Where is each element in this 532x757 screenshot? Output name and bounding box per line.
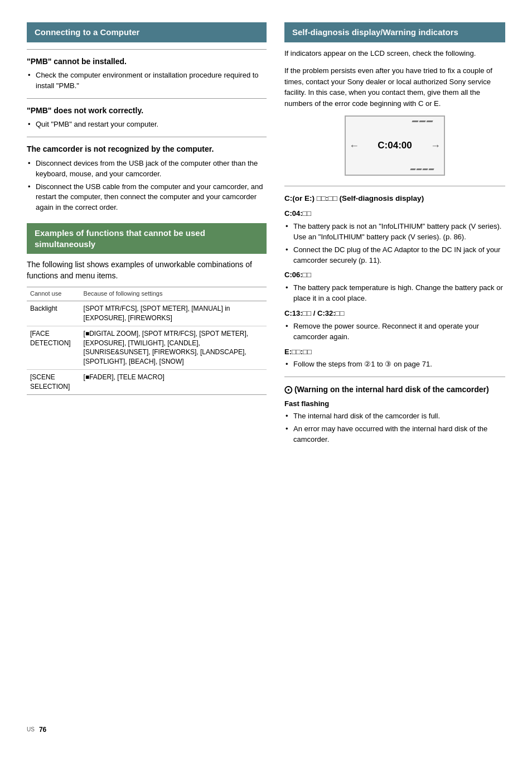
warning-bullets: The internal hard disk of the camcorder …: [284, 411, 505, 445]
because-of-cell: [SPOT MTR/FCS], [SPOT METER], [MANUAL] i…: [80, 301, 267, 326]
error-section: C:06:□□The battery pack temperature is h…: [284, 270, 505, 304]
section2-header: Examples of functions that cannot be use…: [27, 223, 267, 254]
hatch: [426, 120, 433, 122]
right-intro2: If the problem persists even after you h…: [284, 65, 505, 109]
self-diag-label: C:(or E:) □□:□□ (Self-diagnosis display): [284, 193, 505, 204]
functions-table: Cannot use Because of following settings…: [27, 287, 267, 394]
col1-header: Cannot use: [27, 287, 80, 301]
col2-header: Because of following settings: [80, 287, 267, 301]
right-section-header: Self-diagnosis display/Warning indicator…: [284, 22, 505, 42]
hatch: [419, 120, 425, 122]
list-item: The battery pack temperature is high. Ch…: [284, 283, 505, 304]
error-code-label: C:13:□□ / C:32:□□: [284, 308, 505, 319]
list-item: Disconnect devices from the USB jack of …: [27, 158, 267, 180]
list-item: Connect the DC plug of the AC Adaptor to…: [284, 245, 505, 266]
pmb-install-bullets: Check the computer environment or instal…: [27, 70, 267, 91]
table-row: Backlight[SPOT MTR/FCS], [SPOT METER], […: [27, 301, 267, 326]
table-row: [SCENE SELECTION][■FADER], [TELE MACRO]: [27, 369, 267, 394]
right-intro1: If indicators appear on the LCD screen, …: [284, 48, 505, 59]
hatch: [410, 168, 415, 170]
page: Connecting to a Computer "PMB" cannot be…: [0, 0, 532, 757]
lcd-hatches-bottom: [410, 168, 434, 170]
camcorder-title: The camcorder is not recognized by the c…: [27, 144, 267, 155]
list-item: The internal hard disk of the camcorder …: [284, 411, 505, 422]
error-section: C:04:□□The battery pack is not an "InfoL…: [284, 209, 505, 266]
list-item: An error may have occurred with the inte…: [284, 424, 505, 445]
because-of-cell: [■FADER], [TELE MACRO]: [80, 369, 267, 394]
page-footer: US 76: [27, 725, 505, 735]
error-bullets: The battery pack is not an "InfoLITHIUM"…: [284, 221, 505, 266]
warning-section: ⨀ (Warning on the internal hard disk of …: [284, 384, 505, 445]
lcd-hatches-top: [412, 120, 433, 122]
section2-intro: The following list shows examples of unw…: [27, 259, 267, 281]
fast-flashing-label: Fast flashing: [284, 399, 505, 409]
camcorder-bullets: Disconnect devices from the USB jack of …: [27, 158, 267, 213]
hatch: [428, 168, 434, 170]
lcd-code: C:04:00: [378, 139, 412, 153]
us-label: US: [27, 726, 35, 734]
pmb-work-title: "PMB" does not work correctly.: [27, 105, 267, 117]
divider3: [27, 137, 267, 137]
page-number: 76: [39, 725, 46, 735]
error-section: E:□□:□□Follow the steps from ②1 to ③ on …: [284, 347, 505, 370]
warning-title: ⨀ (Warning on the internal hard disk of …: [284, 384, 505, 395]
list-item: The battery pack is not an "InfoLITHIUM"…: [284, 221, 505, 243]
list-item: Quit "PMB" and restart your computer.: [27, 119, 267, 130]
lcd-arrow-right: →: [431, 138, 441, 153]
list-item: Remove the power source. Reconnect it an…: [284, 321, 505, 343]
error-bullets: Follow the steps from ②1 to ③ on page 71…: [284, 359, 505, 370]
cannot-use-cell: [SCENE SELECTION]: [27, 369, 80, 394]
section1-header: Connecting to a Computer: [27, 22, 267, 42]
list-item: Follow the steps from ②1 to ③ on page 71…: [284, 359, 505, 370]
right-column: Self-diagnosis display/Warning indicator…: [284, 22, 505, 712]
pmb-install-title: "PMB" cannot be installed.: [27, 56, 267, 67]
because-of-cell: [■DIGITAL ZOOM], [SPOT MTR/FCS], [SPOT M…: [80, 326, 267, 369]
error-bullets: The battery pack temperature is high. Ch…: [284, 283, 505, 304]
error-code-label: C:04:□□: [284, 209, 505, 219]
error-section: C:13:□□ / C:32:□□Remove the power source…: [284, 308, 505, 343]
lcd-arrow-left: ←: [349, 138, 359, 153]
hatch: [422, 168, 428, 170]
hatch: [416, 168, 422, 170]
left-column: Connecting to a Computer "PMB" cannot be…: [27, 22, 267, 712]
pmb-work-bullets: Quit "PMB" and restart your computer.: [27, 119, 267, 130]
list-item: Disconnect the USB cable from the comput…: [27, 182, 267, 214]
error-code-label: C:06:□□: [284, 270, 505, 281]
divider2: [27, 98, 267, 99]
table-row: [FACE DETECTION][■DIGITAL ZOOM], [SPOT M…: [27, 326, 267, 369]
error-codes: C:04:□□The battery pack is not an "InfoL…: [284, 209, 505, 370]
error-bullets: Remove the power source. Reconnect it an…: [284, 321, 505, 343]
cannot-use-cell: [FACE DETECTION]: [27, 326, 80, 369]
divider-right1: [284, 186, 505, 186]
lcd-diagram: ← C:04:00 →: [345, 115, 445, 176]
error-code-label: E:□□:□□: [284, 347, 505, 358]
cannot-use-cell: Backlight: [27, 301, 80, 326]
list-item: Check the computer environment or instal…: [27, 70, 267, 91]
divider1: [27, 49, 267, 50]
hatch: [412, 120, 418, 122]
divider-right2: [284, 377, 505, 377]
